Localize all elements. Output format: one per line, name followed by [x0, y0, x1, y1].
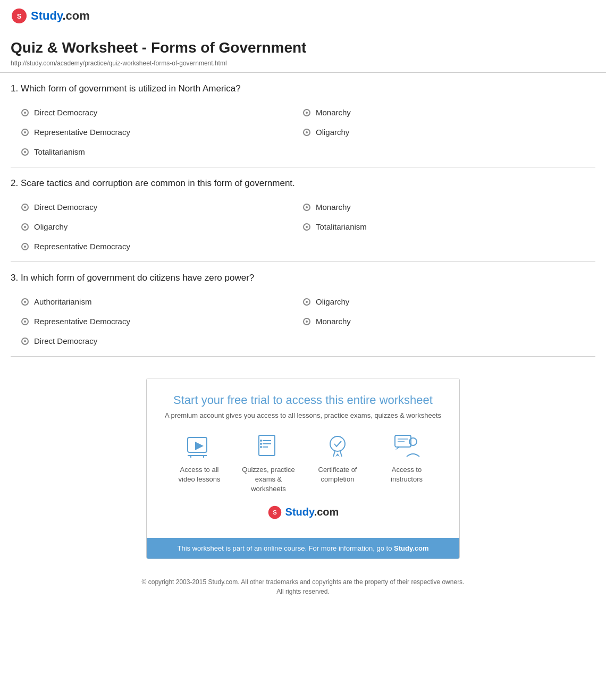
option-label-totalitarianism-2: Totalitarianism	[316, 222, 367, 231]
option-authoritarianism-3[interactable]: Authoritarianism	[21, 292, 303, 311]
option-representative-democracy-2[interactable]: Representative Democracy	[21, 237, 585, 256]
question-2: 2. Scare tactics and corruption are comm…	[11, 167, 595, 262]
svg-point-12	[260, 443, 262, 445]
option-label-representative-democracy-3: Representative Democracy	[34, 317, 130, 326]
promo-subtitle: A premium account gives you access to al…	[163, 411, 443, 419]
promo-features: Access to all video lessons	[163, 432, 443, 494]
feature-instructor-label: Access to instructors	[380, 465, 433, 484]
feature-instructor: Access to instructors	[380, 432, 433, 494]
copyright-section: © copyright 2003-2015 Study.com. All oth…	[0, 570, 606, 608]
promo-footer-text: This worksheet is part of an online cour…	[177, 544, 394, 552]
radio-representative-democracy-3[interactable]	[21, 318, 29, 325]
feature-video: Access to all video lessons	[173, 432, 226, 494]
radio-representative-democracy-2[interactable]	[21, 243, 29, 250]
question-3-text: 3. In which form of government do citize…	[11, 273, 595, 283]
option-oligarchy-1[interactable]: Oligarchy	[303, 122, 585, 142]
quiz-icon	[255, 432, 282, 460]
radio-direct-democracy-1[interactable]	[21, 109, 29, 116]
promo-logo: S Study.com	[163, 505, 443, 527]
svg-rect-18	[395, 435, 411, 447]
radio-monarchy-1[interactable]	[303, 109, 310, 116]
svg-marker-3	[195, 442, 204, 450]
option-label-oligarchy-2: Oligarchy	[34, 222, 68, 231]
promo-container: Start your free trial to access this ent…	[0, 357, 606, 570]
option-direct-democracy-2[interactable]: Direct Democracy	[21, 197, 303, 217]
question-1: 1. Which form of government is utilized …	[11, 73, 595, 167]
radio-representative-democracy-1[interactable]	[21, 129, 29, 136]
option-direct-democracy-3[interactable]: Direct Democracy	[21, 331, 585, 351]
feature-certificate-label: Certificate of completion	[311, 465, 364, 484]
option-label-totalitarianism-1: Totalitarianism	[34, 147, 85, 156]
promo-logo-text: Study.com	[285, 506, 339, 518]
option-oligarchy-2[interactable]: Oligarchy	[21, 217, 303, 237]
feature-certificate: Certificate of completion	[311, 432, 364, 494]
svg-line-15	[333, 451, 335, 457]
svg-rect-7	[259, 435, 275, 456]
option-label-representative-democracy-2: Representative Democracy	[34, 242, 130, 251]
svg-marker-17	[335, 453, 340, 457]
option-label-oligarchy-1: Oligarchy	[316, 128, 349, 137]
page-title: Quiz & Worksheet - Forms of Government	[11, 39, 595, 56]
radio-monarchy-2[interactable]	[303, 204, 310, 211]
radio-totalitarianism-1[interactable]	[21, 148, 29, 156]
radio-direct-democracy-3[interactable]	[21, 338, 29, 345]
option-label-representative-democracy-1: Representative Democracy	[34, 128, 130, 137]
logo-text: Study.com	[31, 9, 90, 23]
promo-title: Start your free trial to access this ent…	[163, 393, 443, 407]
option-monarchy-3[interactable]: Monarchy	[303, 311, 585, 331]
feature-quiz: Quizzes, practice exams & worksheets	[242, 432, 295, 494]
question-2-options: Direct Democracy Monarchy Oligarchy Tota…	[11, 197, 595, 256]
copyright-line-1: © copyright 2003-2015 Study.com. All oth…	[11, 578, 595, 586]
option-label-monarchy-1: Monarchy	[316, 108, 351, 117]
option-oligarchy-3[interactable]: Oligarchy	[303, 292, 585, 311]
option-label-direct-democracy-1: Direct Democracy	[34, 108, 97, 117]
page-url: http://study.com/academy/practice/quiz-w…	[11, 60, 595, 67]
question-1-text: 1. Which form of government is utilized …	[11, 83, 595, 94]
copyright-line-2: All rights reserved.	[11, 588, 595, 595]
promo-studycom-icon: S	[267, 505, 282, 520]
svg-point-13	[260, 446, 262, 448]
question-1-options: Direct Democracy Monarchy Representative…	[11, 103, 595, 162]
option-label-monarchy-2: Monarchy	[316, 203, 351, 212]
promo-content: Start your free trial to access this ent…	[147, 378, 459, 538]
radio-authoritarianism-3[interactable]	[21, 298, 29, 306]
option-label-oligarchy-3: Oligarchy	[316, 297, 349, 306]
radio-monarchy-3[interactable]	[303, 318, 310, 325]
question-3-options: Authoritarianism Oligarchy Representativ…	[11, 292, 595, 351]
title-section: Quiz & Worksheet - Forms of Government h…	[0, 30, 606, 73]
option-totalitarianism-1[interactable]: Totalitarianism	[21, 142, 585, 162]
option-label-monarchy-3: Monarchy	[316, 317, 351, 326]
question-3: 3. In which form of government do citize…	[11, 262, 595, 357]
option-label-direct-democracy-3: Direct Democracy	[34, 336, 97, 345]
svg-line-16	[340, 451, 342, 457]
radio-oligarchy-2[interactable]	[21, 223, 29, 231]
radio-direct-democracy-2[interactable]	[21, 204, 29, 211]
header: S Study.com	[0, 0, 606, 30]
questions-container: 1. Which form of government is utilized …	[0, 73, 606, 357]
promo-box: Start your free trial to access this ent…	[146, 378, 460, 559]
radio-totalitarianism-2[interactable]	[303, 223, 310, 231]
promo-footer-link[interactable]: Study.com	[394, 544, 429, 552]
studycom-logo-icon: S	[11, 7, 28, 24]
option-direct-democracy-1[interactable]: Direct Democracy	[21, 103, 303, 122]
option-totalitarianism-2[interactable]: Totalitarianism	[303, 217, 585, 237]
video-icon	[186, 432, 213, 460]
svg-point-14	[330, 436, 345, 451]
option-label-direct-democracy-2: Direct Democracy	[34, 203, 97, 212]
logo: S Study.com	[11, 7, 595, 24]
feature-quiz-label: Quizzes, practice exams & worksheets	[242, 465, 295, 494]
certificate-icon	[324, 432, 351, 460]
option-monarchy-1[interactable]: Monarchy	[303, 103, 585, 122]
svg-text:S: S	[17, 12, 22, 20]
option-representative-democracy-1[interactable]: Representative Democracy	[21, 122, 303, 142]
option-monarchy-2[interactable]: Monarchy	[303, 197, 585, 217]
radio-oligarchy-1[interactable]	[303, 129, 310, 136]
option-representative-democracy-3[interactable]: Representative Democracy	[21, 311, 303, 331]
instructor-icon	[393, 432, 420, 460]
radio-oligarchy-3[interactable]	[303, 298, 310, 306]
feature-video-label: Access to all video lessons	[173, 465, 226, 484]
question-2-text: 2. Scare tactics and corruption are comm…	[11, 178, 595, 189]
svg-text:S: S	[273, 509, 277, 516]
promo-footer: This worksheet is part of an online cour…	[147, 538, 459, 559]
option-label-authoritarianism-3: Authoritarianism	[34, 297, 91, 306]
